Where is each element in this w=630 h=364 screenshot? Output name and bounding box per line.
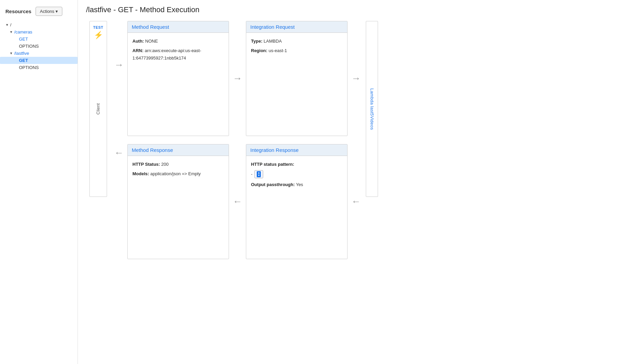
method-request-header: Method Request (128, 21, 229, 33)
method-request-card[interactable]: Method Request Auth: NONE ARN: arn:aws:e… (127, 21, 229, 136)
models-field: Models: application/json => Empty (132, 170, 224, 178)
sidebar-item-cameras-options-label: OPTIONS (19, 44, 39, 49)
arrow-right-mid: → (233, 73, 242, 84)
arrow-left-mid: ← (233, 196, 242, 207)
http-status-field: HTTP Status: 200 (132, 161, 224, 168)
arrow-icon: ▼ (9, 51, 13, 55)
http-status-pattern-field: HTTP status pattern: (251, 161, 342, 168)
method-request-body: Auth: NONE ARN: arn:aws:execute-api:us-e… (128, 33, 229, 69)
integration-request-header: Integration Request (246, 21, 347, 33)
bolt-icon[interactable]: ⚡ (94, 31, 103, 40)
select-arrows-icon: ▲ ▼ (257, 171, 261, 177)
sidebar-header: Resources Actions ▾ (0, 4, 78, 20)
integration-request-card[interactable]: Integration Request Type: LAMBDA Region:… (246, 21, 348, 136)
test-label[interactable]: TEST (93, 25, 103, 29)
arrow-icon: ▼ (9, 30, 13, 34)
sidebar-item-lastfive-label: /lastfive (14, 51, 29, 56)
method-response-card[interactable]: Method Response HTTP Status: 200 Models:… (127, 144, 229, 259)
sidebar-item-lastfive-options-label: OPTIONS (19, 65, 39, 70)
sidebar-item-cameras-get-label: GET (19, 37, 28, 42)
status-pattern-row: - ▲ ▼ (251, 170, 342, 178)
sidebar-item-lastfive-get-label: GET (19, 58, 28, 63)
arrow-right-lambda: → (351, 73, 361, 84)
lambda-column[interactable]: Lambda last5Videos (366, 21, 378, 197)
arrow-icon: ▼ (5, 23, 9, 27)
sidebar-title: Resources (5, 8, 31, 14)
actions-button[interactable]: Actions ▾ (36, 7, 62, 16)
sidebar-item-lastfive-get[interactable]: GET (0, 57, 78, 64)
arrow-left-bottom: ← (114, 147, 124, 158)
nav-tree: ▼ / ▼ /cameras GET OPTIONS ▼ /lastfive (0, 20, 78, 72)
method-response-header: Method Response (128, 144, 229, 156)
status-select[interactable]: ▲ ▼ (254, 170, 263, 178)
arrow-right-top: → (114, 60, 124, 70)
page-title: /lastfive - GET - Method Execution (86, 5, 622, 14)
sidebar-item-cameras-label: /cameras (14, 29, 32, 35)
method-response-body: HTTP Status: 200 Models: application/jso… (128, 156, 229, 184)
integration-response-header: Integration Response (246, 144, 347, 156)
sidebar-item-root-label: / (10, 22, 12, 27)
arrow-left-lambda: ← (351, 196, 361, 207)
region-field: Region: us-east-1 (251, 47, 342, 54)
select-dash: - (251, 170, 252, 178)
sidebar-item-lastfive-options[interactable]: OPTIONS (0, 64, 78, 71)
main-content: /lastfive - GET - Method Execution TEST … (78, 0, 630, 364)
sidebar: Resources Actions ▾ ▼ / ▼ /cameras GET O… (0, 0, 78, 364)
sidebar-item-root[interactable]: ▼ / (0, 21, 78, 28)
sidebar-item-lastfive[interactable]: ▼ /lastfive (0, 50, 78, 57)
sidebar-item-cameras[interactable]: ▼ /cameras (0, 28, 78, 36)
integration-response-body: HTTP status pattern: - ▲ ▼ (246, 156, 347, 195)
type-field: Type: LAMBDA (251, 38, 342, 45)
auth-field: Auth: NONE (132, 38, 224, 45)
sidebar-item-cameras-get[interactable]: GET (0, 36, 78, 43)
client-label: Client (96, 103, 101, 114)
execution-diagram: TEST ⚡ Client → ← (86, 21, 622, 259)
lambda-label[interactable]: Lambda last5Videos (370, 88, 375, 130)
integration-response-card[interactable]: Integration Response HTTP status pattern… (246, 144, 348, 259)
output-passthrough-field: Output passthrough: Yes (251, 181, 342, 188)
arn-field: ARN: arn:aws:execute-api:us-east-1:64773… (132, 47, 224, 62)
integration-request-body: Type: LAMBDA Region: us-east-1 (246, 33, 347, 61)
sidebar-item-cameras-options[interactable]: OPTIONS (0, 43, 78, 50)
